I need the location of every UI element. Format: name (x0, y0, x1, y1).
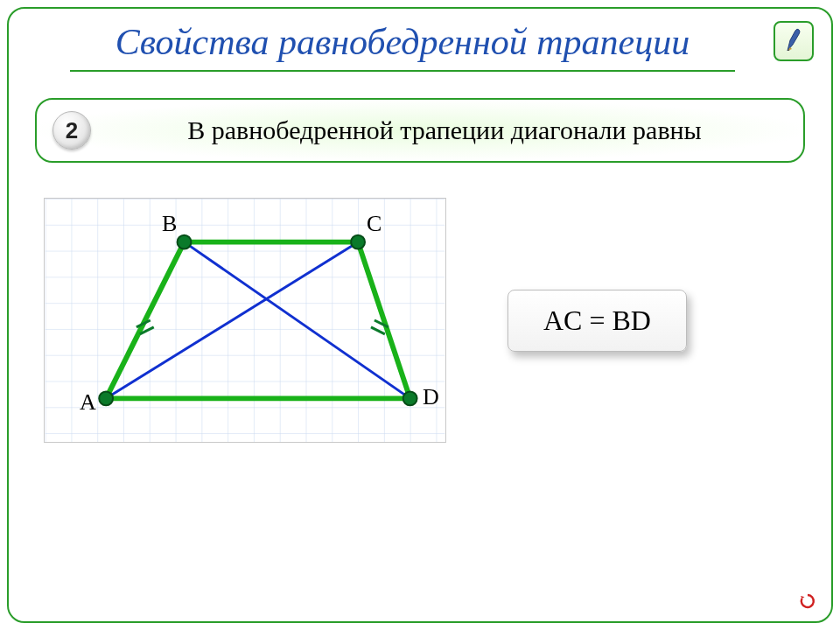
svg-point-14 (403, 391, 417, 405)
statement-number-badge: 2 (52, 111, 91, 150)
vertex-label-a: A (80, 389, 96, 416)
slide-frame: Свойства равнобедренной трапеции 2 В рав… (7, 7, 833, 623)
refresh-button[interactable] (798, 592, 817, 611)
statement-box: 2 В равнобедренной трапеции диагонали ра… (35, 98, 805, 163)
header: Свойства равнобедренной трапеции (9, 9, 831, 77)
svg-point-13 (351, 235, 365, 249)
statement-text: В равнобедренной трапеции диагонали равн… (107, 116, 782, 145)
pen-icon (782, 28, 805, 54)
figure-svg (45, 199, 445, 442)
vertex-label-b: B (162, 211, 177, 237)
title-underline (70, 70, 735, 72)
page-title: Свойства равнобедренной трапеции (44, 21, 761, 63)
trapezoid-figure: A B C D (44, 198, 446, 443)
refresh-icon (799, 592, 816, 610)
pen-button[interactable] (774, 21, 814, 61)
content-row: A B C D AC = BD (9, 163, 831, 443)
vertex-label-c: C (367, 211, 382, 237)
svg-point-11 (99, 391, 113, 405)
svg-point-12 (178, 235, 192, 249)
equation-box: AC = BD (508, 290, 687, 352)
vertex-label-d: D (423, 384, 439, 410)
